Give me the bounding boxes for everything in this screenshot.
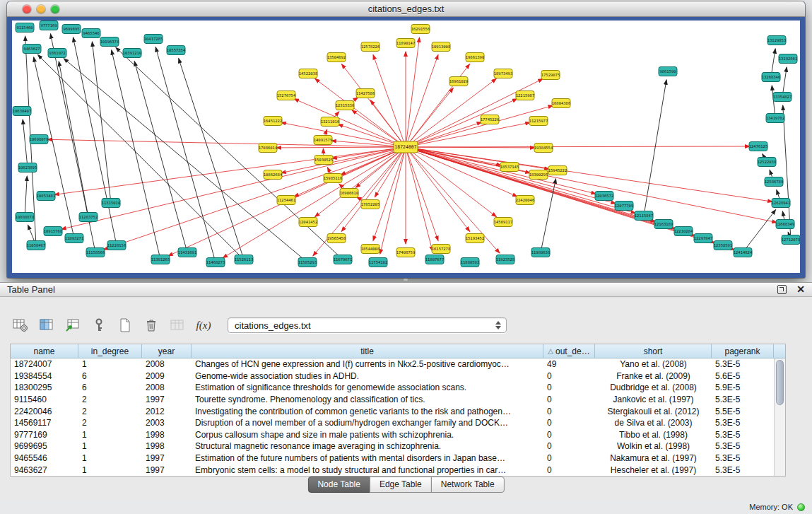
graph-node[interactable]: 17408759: [396, 248, 416, 257]
table-row[interactable]: 946554611997Estimation of the future num…: [11, 452, 774, 465]
graph-edge[interactable]: [276, 147, 406, 148]
network-table-select[interactable]: citations_edges.txt: [228, 317, 507, 333]
graph-node[interactable]: 16804386: [552, 99, 571, 108]
close-panel-icon[interactable]: ✕: [796, 285, 805, 294]
table-scrollbar-thumb[interactable]: [776, 360, 784, 405]
graph-node[interactable]: 9699695: [62, 25, 81, 34]
graph-node[interactable]: 11381265: [151, 255, 170, 264]
table-row[interactable]: 1938455462009Genome-wide association stu…: [11, 370, 774, 382]
graph-node[interactable]: 11431691: [178, 248, 197, 257]
minimize-window-icon[interactable]: [37, 5, 45, 13]
graph-node[interactable]: 9115460: [16, 23, 34, 33]
graph-node[interactable]: 11880593: [461, 258, 480, 267]
graph-edge[interactable]: [406, 88, 453, 147]
graph-node[interactable]: 11980638: [531, 248, 551, 257]
table-options-icon[interactable]: [11, 316, 30, 334]
graph-edge[interactable]: [23, 119, 28, 168]
graph-node[interactable]: 11315010: [102, 199, 121, 208]
graph-edge[interactable]: [644, 80, 666, 216]
graph-edge[interactable]: [34, 57, 74, 238]
graph-node[interactable]: 14522038: [299, 69, 318, 78]
graph-node[interactable]: 17852205: [361, 200, 380, 209]
graph-node[interactable]: 19384554: [534, 144, 553, 153]
column-header-out_de[interactable]: △out_de…: [543, 344, 595, 358]
graph-edge[interactable]: [92, 42, 111, 203]
graph-edge[interactable]: [406, 99, 517, 147]
graph-edge[interactable]: [406, 147, 517, 197]
graph-edge[interactable]: [406, 147, 496, 217]
graph-node[interactable]: 12712078: [782, 235, 800, 245]
graph-node[interactable]: 12215987: [516, 91, 535, 100]
graph-node[interactable]: 11468273: [206, 258, 225, 267]
graph-node[interactable]: 13211016: [321, 117, 340, 127]
graph-node[interactable]: 18300295: [529, 170, 548, 180]
graph-node[interactable]: 12522038: [758, 158, 777, 167]
graph-edge[interactable]: [406, 78, 496, 147]
graph-node[interactable]: 13129853: [767, 36, 787, 45]
graph-node[interactable]: 12315336: [336, 101, 355, 110]
network-canvas[interactable]: 1872400719384554183002952242004614569117…: [12, 21, 800, 273]
graph-node[interactable]: 15985116: [324, 174, 343, 183]
graph-node[interactable]: 16906610: [340, 189, 359, 198]
graph-edge[interactable]: [406, 147, 438, 241]
show-columns-icon[interactable]: [37, 316, 56, 334]
close-window-icon[interactable]: [23, 5, 31, 13]
graph-node[interactable]: 11215977: [529, 117, 548, 126]
graph-node[interactable]: 9465546: [82, 29, 100, 38]
graph-node[interactable]: 16157278: [432, 245, 451, 254]
graph-node[interactable]: 11158566: [86, 248, 105, 257]
graph-node[interactable]: 19565458: [327, 234, 346, 243]
table-row[interactable]: 1456911722003Disruption of a novel membe…: [11, 417, 774, 429]
graph-node[interactable]: 10391210: [123, 49, 142, 58]
graph-node[interactable]: 12115847: [635, 211, 654, 221]
graph-edge[interactable]: [406, 147, 772, 201]
graph-node[interactable]: 19861390: [466, 53, 485, 62]
graph-edge[interactable]: [406, 122, 530, 147]
table-row[interactable]: 911546021997Tourette syndrome. Phenomeno…: [11, 394, 774, 406]
graph-node[interactable]: 16961020: [449, 77, 469, 86]
graph-edge[interactable]: [112, 50, 160, 259]
graph-node[interactable]: 12358591: [714, 241, 733, 250]
graph-node[interactable]: 10888878: [16, 213, 35, 222]
graph-edge[interactable]: [743, 210, 776, 252]
panel-splitter-handle[interactable]: [404, 279, 408, 281]
import-table-icon[interactable]: [64, 316, 82, 334]
graph-node[interactable]: 18973493: [494, 69, 513, 78]
graph-node[interactable]: 11754102: [369, 258, 388, 267]
delete-table-icon[interactable]: [142, 316, 160, 334]
graph-node[interactable]: 9463627: [23, 45, 41, 54]
graph-edge[interactable]: [47, 139, 406, 147]
graph-edge[interactable]: [406, 37, 420, 147]
column-header-pagerank[interactable]: pagerank: [712, 344, 774, 358]
graph-node[interactable]: 9861590: [659, 67, 677, 76]
function-builder-icon[interactable]: f(x): [194, 316, 213, 334]
graph-node[interactable]: 11585293: [298, 258, 317, 267]
graph-node[interactable]: 11890147: [396, 39, 416, 48]
graph-node[interactable]: 13268340: [762, 73, 781, 82]
graph-node[interactable]: 11093271: [65, 234, 84, 243]
graph-node[interactable]: 10557354: [167, 46, 186, 55]
graph-node[interactable]: 12297847: [694, 234, 713, 243]
graph-node[interactable]: 17529075: [541, 71, 560, 80]
graph-edge[interactable]: [406, 147, 616, 204]
graph-edge[interactable]: [375, 147, 406, 197]
graph-node[interactable]: 12163189: [654, 220, 673, 229]
graph-node[interactable]: 18537145: [500, 163, 519, 172]
column-header-name[interactable]: name: [11, 344, 78, 358]
key-icon[interactable]: [90, 316, 108, 334]
graph-node[interactable]: 12628941: [772, 199, 791, 208]
graph-edge[interactable]: [380, 147, 406, 254]
apply-table-icon[interactable]: [168, 316, 187, 334]
column-header-title[interactable]: title: [192, 344, 543, 358]
graph-edge[interactable]: [406, 147, 433, 251]
graph-node[interactable]: 11679671: [334, 255, 353, 264]
graph-node[interactable]: 12578226: [361, 42, 380, 52]
graph-node[interactable]: 10913008: [432, 42, 451, 52]
tab-network-table[interactable]: Network Table: [431, 477, 505, 493]
graph-node[interactable]: 11427586: [356, 89, 375, 98]
graph-node[interactable]: 15945222: [548, 166, 567, 175]
graph-node[interactable]: 11058467: [27, 241, 46, 250]
table-row[interactable]: 969969511998Structural magnetic resonanc…: [11, 440, 774, 452]
new-table-icon[interactable]: [116, 316, 134, 334]
column-header-in_degree[interactable]: in_degree: [78, 344, 142, 358]
